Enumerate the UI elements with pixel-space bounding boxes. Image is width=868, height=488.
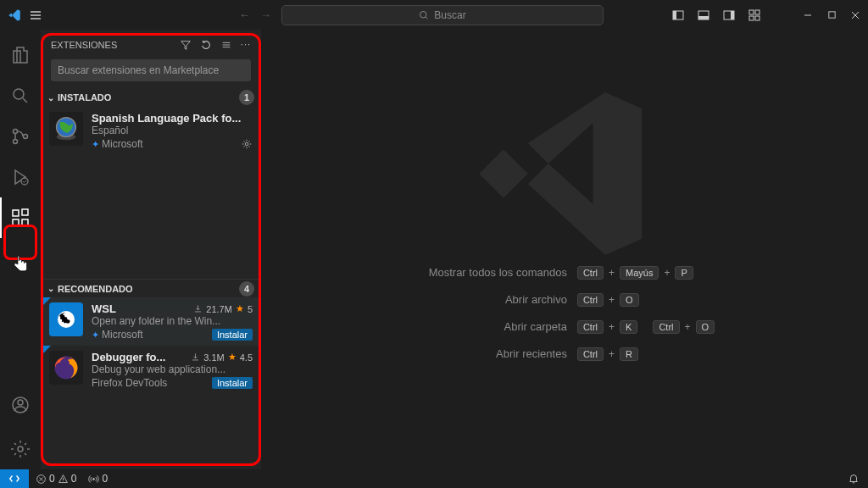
svg-point-12 <box>14 89 24 99</box>
svg-point-23 <box>18 446 23 452</box>
svg-rect-18 <box>13 219 19 225</box>
section-installed-header[interactable]: ⌄ INSTALADO 1 <box>41 88 261 107</box>
install-button[interactable]: Instalar <box>212 329 253 341</box>
layout-customize-icon[interactable] <box>748 8 761 22</box>
shortcut-label: Abrir archivo <box>415 293 567 306</box>
extension-icon <box>49 112 83 146</box>
vscode-logo-icon <box>7 8 22 23</box>
extension-item[interactable]: Spanish Language Pack fo... Español ✦ Mi… <box>41 107 261 155</box>
svg-rect-17 <box>13 210 19 216</box>
hamburger-menu-icon[interactable] <box>29 8 46 22</box>
extension-desc: Open any folder in the Win... <box>92 315 253 327</box>
verified-icon: ✦ <box>92 139 99 150</box>
shortcut-row: Abrir recientes Ctrl+R <box>415 347 715 361</box>
svg-rect-8 <box>755 10 760 14</box>
svg-rect-20 <box>22 209 28 215</box>
svg-rect-11 <box>828 12 834 18</box>
install-button[interactable]: Instalar <box>212 377 253 389</box>
svg-point-13 <box>14 130 18 134</box>
verified-icon: ✦ <box>92 330 99 341</box>
remote-button[interactable] <box>0 469 29 488</box>
svg-rect-10 <box>755 16 760 20</box>
installed-count-badge: 1 <box>239 90 254 105</box>
svg-rect-2 <box>673 11 676 19</box>
extension-item[interactable]: Debugger fo... 3.1M ★ 4.5 Debug your web… <box>41 346 261 394</box>
chevron-down-icon: ⌄ <box>47 284 54 293</box>
gear-icon[interactable] <box>241 138 253 150</box>
maximize-button[interactable] <box>826 9 837 21</box>
rating: 5 <box>248 304 253 314</box>
svg-point-27 <box>245 142 248 146</box>
download-count: 3.1M <box>203 352 224 363</box>
svg-point-15 <box>24 135 28 139</box>
activity-source-control[interactable] <box>0 116 41 157</box>
download-icon <box>191 352 200 362</box>
extension-title: Spanish Language Pack fo... <box>92 112 241 125</box>
activity-search[interactable] <box>0 75 41 116</box>
recommended-count-badge: 4 <box>239 281 254 297</box>
section-recommended-label: RECOMENDADO <box>58 284 133 294</box>
layout-panel-icon[interactable] <box>697 8 710 22</box>
svg-point-14 <box>14 140 18 144</box>
error-icon <box>36 474 47 485</box>
extension-publisher: Microsoft <box>102 329 143 341</box>
svg-rect-19 <box>22 219 28 225</box>
bell-icon <box>848 473 860 485</box>
shortcut-label: Abrir recientes <box>415 347 567 360</box>
extension-title: WSL <box>92 302 116 315</box>
star-icon: ★ <box>228 352 236 363</box>
rating: 4.5 <box>240 352 253 363</box>
svg-rect-9 <box>749 16 754 20</box>
svg-rect-4 <box>698 16 709 19</box>
activity-accounts[interactable] <box>0 385 41 425</box>
close-button[interactable] <box>849 9 861 21</box>
shortcuts-list: Mostrar todos los comandos Ctrl+Mayús+P … <box>415 266 715 361</box>
shortcut-row: Abrir archivo Ctrl+O <box>415 293 715 307</box>
refresh-icon[interactable] <box>200 39 212 51</box>
svg-point-0 <box>420 11 427 18</box>
shortcut-row: Abrir carpeta Ctrl+K Ctrl+O <box>415 320 715 334</box>
svg-point-31 <box>93 478 95 480</box>
section-recommended-header[interactable]: ⌄ RECOMENDADO 4 <box>41 279 261 297</box>
activity-explorer[interactable] <box>0 35 41 75</box>
global-search-input[interactable]: Buscar <box>281 5 604 25</box>
section-installed-label: INSTALADO <box>58 92 111 103</box>
download-icon <box>193 304 203 313</box>
layout-secondary-icon[interactable] <box>722 8 736 22</box>
svg-rect-6 <box>731 11 734 19</box>
minimize-button[interactable] <box>802 9 814 21</box>
antenna-icon <box>88 474 99 485</box>
download-count: 21.7M <box>206 304 232 314</box>
warning-icon <box>58 474 69 485</box>
extensions-search-input[interactable]: Buscar extensiones en Marketplace <box>51 59 251 81</box>
extension-publisher: Firefox DevTools <box>92 377 167 389</box>
clear-icon[interactable] <box>220 39 232 51</box>
extension-icon <box>49 302 83 336</box>
extension-title: Debugger fo... <box>92 351 165 363</box>
nav-forward-icon[interactable]: → <box>260 8 271 21</box>
activity-run-debug[interactable] <box>0 157 41 197</box>
star-icon: ★ <box>236 303 244 314</box>
layout-primary-icon[interactable] <box>671 8 685 22</box>
svg-rect-7 <box>749 10 754 14</box>
status-notifications[interactable] <box>848 473 860 485</box>
status-problems[interactable]: 0 0 <box>36 473 76 485</box>
status-ports[interactable]: 0 <box>88 473 108 485</box>
svg-point-22 <box>18 400 23 405</box>
nav-back-icon[interactable]: ← <box>239 8 250 21</box>
extension-desc: Debug your web application... <box>92 363 253 375</box>
more-actions-icon[interactable]: ··· <box>241 39 251 51</box>
shortcut-label: Abrir carpeta <box>415 320 567 333</box>
filter-icon[interactable] <box>180 39 192 51</box>
cursor-pointer-icon <box>12 255 29 274</box>
extension-publisher: Microsoft <box>102 138 143 150</box>
activity-extensions[interactable] <box>0 197 41 238</box>
extension-icon <box>49 351 83 385</box>
extension-desc: Español <box>92 125 253 136</box>
search-icon <box>419 10 429 20</box>
extension-item[interactable]: WSL 21.7M ★ 5 Open any folder in the Win… <box>41 297 261 346</box>
activity-settings[interactable] <box>0 429 41 469</box>
vscode-watermark-icon <box>463 72 666 275</box>
chevron-down-icon: ⌄ <box>47 93 54 103</box>
sidebar-title: EXTENSIONES <box>51 40 117 50</box>
